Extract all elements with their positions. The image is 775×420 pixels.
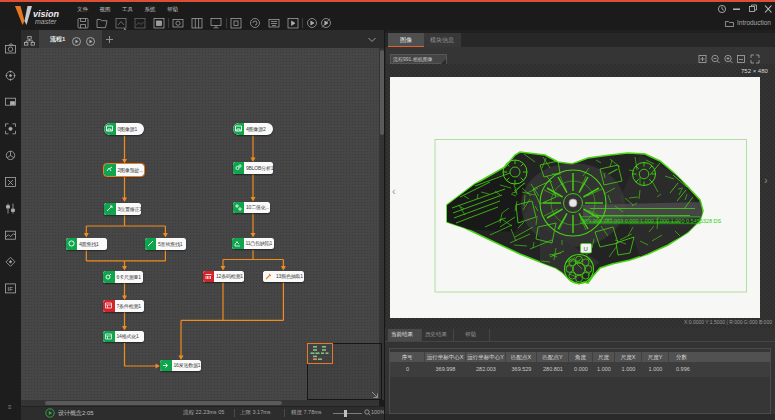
- svg-text:U: U: [584, 246, 588, 252]
- svg-text:vision: vision: [33, 9, 60, 19]
- svg-text:master: master: [35, 18, 57, 25]
- svg-text:IF: IF: [8, 286, 14, 292]
- svg-text:369.998 282.003 0.000 1.000 1.: 369.998 282.003 0.000 1.000 1.000 1.000 …: [582, 218, 721, 224]
